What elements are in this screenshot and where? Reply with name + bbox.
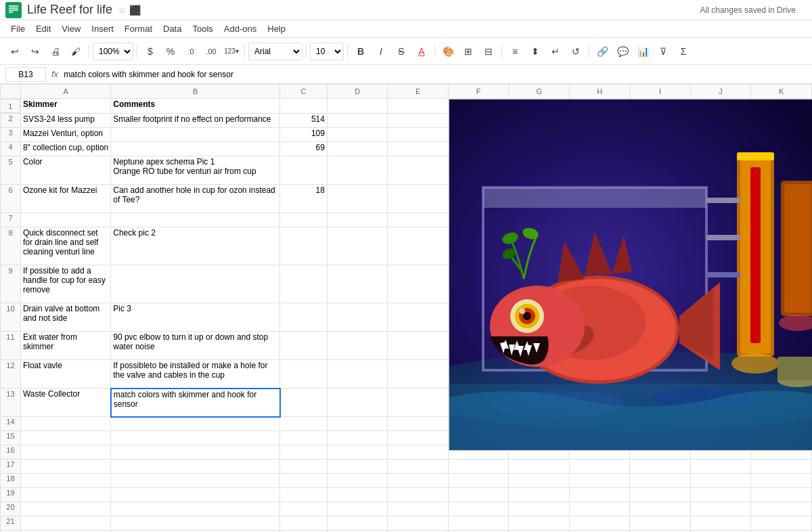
col-header-k[interactable]: K bbox=[751, 85, 812, 99]
cell-c10[interactable] bbox=[280, 303, 328, 332]
cell-e12[interactable] bbox=[388, 360, 448, 389]
col-header-g[interactable]: G bbox=[509, 85, 569, 99]
cell-c7[interactable] bbox=[280, 213, 328, 227]
row-num-15[interactable]: 15 bbox=[1, 431, 21, 445]
cell-d7[interactable] bbox=[327, 213, 387, 227]
menu-tools[interactable]: Tools bbox=[187, 22, 218, 35]
cell-e4[interactable] bbox=[388, 142, 448, 156]
cell-reference-input[interactable] bbox=[5, 67, 46, 82]
cell-d6[interactable] bbox=[327, 185, 387, 213]
cell-b3[interactable] bbox=[111, 128, 280, 142]
cell-c9[interactable] bbox=[280, 265, 328, 303]
cell-c2[interactable]: 514 bbox=[280, 114, 328, 128]
row-num-4[interactable]: 4 bbox=[1, 142, 21, 156]
cell-a4[interactable]: 8" collection cup, option bbox=[20, 142, 110, 156]
cell-b13[interactable]: match colors with skimmer and hook for s… bbox=[111, 389, 280, 417]
menu-data[interactable]: Data bbox=[158, 22, 187, 35]
cell-d8[interactable] bbox=[327, 227, 387, 265]
cell-d3[interactable] bbox=[327, 128, 387, 142]
col-header-a[interactable]: A bbox=[20, 85, 110, 99]
cell-f1[interactable] bbox=[448, 99, 509, 417]
row-num-17[interactable]: 17 bbox=[1, 460, 21, 474]
cell-e3[interactable] bbox=[388, 128, 448, 142]
cell-e1[interactable] bbox=[388, 99, 448, 114]
decrease-decimal-button[interactable]: .0 bbox=[181, 42, 200, 61]
cell-a3[interactable]: Mazzei Venturi, option bbox=[20, 128, 110, 142]
col-header-c[interactable]: C bbox=[280, 85, 328, 99]
menu-edit[interactable]: Edit bbox=[30, 22, 56, 35]
menu-addons[interactable]: Add-ons bbox=[219, 22, 262, 35]
cell-e10[interactable] bbox=[388, 303, 448, 332]
cell-d13[interactable] bbox=[327, 389, 387, 417]
cell-a12[interactable]: Float vavle bbox=[20, 360, 110, 389]
redo-button[interactable]: ↪ bbox=[26, 42, 45, 61]
col-header-f[interactable]: F bbox=[448, 85, 509, 99]
cell-b1[interactable]: Comments bbox=[111, 99, 280, 114]
cell-b11[interactable]: 90 pvc elbow to turn it up or down and s… bbox=[111, 332, 280, 360]
valign-button[interactable]: ⬍ bbox=[526, 42, 545, 61]
cell-a11[interactable]: Exit water from skimmer bbox=[20, 332, 110, 360]
menu-file[interactable]: File bbox=[5, 22, 30, 35]
cell-a8[interactable]: Quick disconnect set for drain line and … bbox=[20, 227, 110, 265]
cell-a7[interactable] bbox=[20, 213, 110, 227]
cell-c11[interactable] bbox=[280, 332, 328, 360]
row-num-13[interactable]: 13 bbox=[1, 389, 21, 417]
merge-button[interactable]: ⊟ bbox=[479, 42, 498, 61]
percent-button[interactable]: % bbox=[161, 42, 180, 61]
cell-d4[interactable] bbox=[327, 142, 387, 156]
corner-header[interactable] bbox=[1, 85, 21, 99]
grid-area[interactable]: A B C D E F G H I J K bbox=[0, 84, 812, 532]
more-formats-button[interactable]: 123▾ bbox=[222, 42, 241, 61]
cell-d10[interactable] bbox=[327, 303, 387, 332]
font-color-button[interactable]: A bbox=[412, 42, 431, 61]
row-num-8[interactable]: 8 bbox=[1, 227, 21, 265]
increase-decimal-button[interactable]: .00 bbox=[202, 42, 221, 61]
cell-b6[interactable]: Can add another hole in cup for ozon ins… bbox=[111, 185, 280, 213]
document-title[interactable]: Life Reef for life bbox=[27, 3, 112, 17]
row-num-7[interactable]: 7 bbox=[1, 213, 21, 227]
italic-button[interactable]: I bbox=[371, 42, 390, 61]
row-num-10[interactable]: 10 bbox=[1, 303, 21, 332]
cell-e2[interactable] bbox=[388, 114, 448, 128]
bold-button[interactable]: B bbox=[351, 42, 370, 61]
cell-c3[interactable]: 109 bbox=[280, 128, 328, 142]
cell-d11[interactable] bbox=[327, 332, 387, 360]
menu-insert[interactable]: Insert bbox=[86, 22, 119, 35]
cell-a6[interactable]: Ozone kit for Mazzei bbox=[20, 185, 110, 213]
row-num-16[interactable]: 16 bbox=[1, 445, 21, 460]
cell-d5[interactable] bbox=[327, 156, 387, 185]
cell-e6[interactable] bbox=[388, 185, 448, 213]
col-header-b[interactable]: B bbox=[111, 85, 280, 99]
cell-c4[interactable]: 69 bbox=[280, 142, 328, 156]
strikethrough-button[interactable]: S bbox=[392, 42, 411, 61]
cell-a9[interactable]: If possible to add a handle for cup for … bbox=[20, 265, 110, 303]
borders-button[interactable]: ⊞ bbox=[459, 42, 478, 61]
row-num-1[interactable]: 1 bbox=[1, 99, 20, 113]
fill-color-button[interactable]: 🎨 bbox=[438, 42, 457, 61]
cell-d2[interactable] bbox=[327, 114, 387, 128]
align-button[interactable]: ≡ bbox=[505, 42, 524, 61]
cell-e5[interactable] bbox=[388, 156, 448, 185]
cell-d12[interactable] bbox=[327, 360, 387, 389]
rotate-button[interactable]: ↺ bbox=[566, 42, 585, 61]
row-num-9[interactable]: 9 bbox=[1, 265, 21, 303]
undo-button[interactable]: ↩ bbox=[5, 42, 24, 61]
star-icon[interactable]: ☆ bbox=[118, 5, 127, 16]
cell-c8[interactable] bbox=[280, 227, 328, 265]
cell-b5[interactable]: Neptune apex schema Pic 1Orange RO tube … bbox=[111, 156, 280, 185]
row-num-12[interactable]: 12 bbox=[1, 360, 21, 389]
cell-c1[interactable] bbox=[280, 99, 328, 114]
row-num-14[interactable]: 14 bbox=[1, 417, 21, 431]
cell-d9[interactable] bbox=[327, 265, 387, 303]
cell-b4[interactable] bbox=[111, 142, 280, 156]
font-size-select[interactable]: 10 8 12 14 bbox=[310, 43, 344, 60]
cell-d1[interactable] bbox=[327, 99, 387, 114]
zoom-select[interactable]: 100% 75% 125% bbox=[93, 43, 133, 60]
font-select[interactable]: Arial bbox=[248, 43, 302, 60]
cell-a2[interactable]: SVS3-24 less pump bbox=[20, 114, 110, 128]
cell-e7[interactable] bbox=[388, 213, 448, 227]
cell-c13[interactable] bbox=[280, 389, 328, 417]
cell-b2[interactable]: Smaller footprint if no effect on perfor… bbox=[111, 114, 280, 128]
row-num-21[interactable]: 21 bbox=[1, 516, 21, 531]
folder-icon[interactable]: ⬛ bbox=[129, 5, 141, 16]
